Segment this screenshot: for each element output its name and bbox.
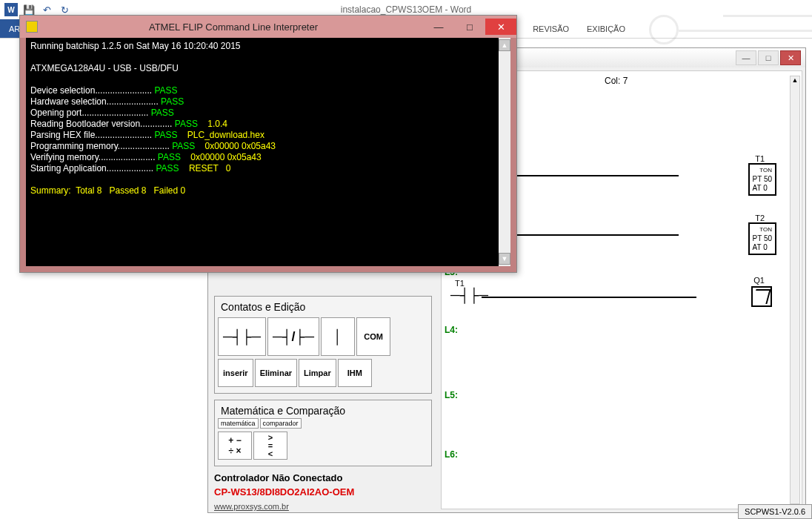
console-line: Running batchisp 1.2.5 on Sat May 16 10:… xyxy=(30,41,506,52)
eliminate-button[interactable]: Eliminar xyxy=(255,359,297,387)
math-panel-title: Matemática e Comparação xyxy=(218,403,428,418)
coil-q1[interactable] xyxy=(751,286,772,307)
ihm-button[interactable]: IHM xyxy=(338,359,372,387)
flip-console[interactable]: Running batchisp 1.2.5 on Sat May 16 10:… xyxy=(26,38,510,266)
console-value: 0x00000 0x05a43 xyxy=(195,141,276,151)
timer-at: AT 0 xyxy=(753,184,773,193)
contacts-panel: Contatos e Edição ─┤├─ ─┤/├─ │ COM inser… xyxy=(214,296,432,394)
timer-pt: PT 50 xyxy=(753,175,773,184)
console-summary: Summary: Total 8 Passed 8 Failed 0 xyxy=(30,185,506,196)
console-pass: PASS xyxy=(154,130,177,140)
com-button[interactable]: COM xyxy=(356,317,390,356)
minimize-button[interactable]: — xyxy=(736,50,756,65)
ribbon-tab-view[interactable]: EXIBIÇÃO xyxy=(578,19,634,38)
console-text: Reading Bootloader version............. xyxy=(30,119,175,129)
console-text: Starting Application................... xyxy=(30,163,156,173)
timer-t2-box[interactable]: TON PT 50 AT 0 xyxy=(748,222,777,255)
timer-type: TON xyxy=(753,166,773,175)
console-text: Opening port........................... xyxy=(30,108,151,118)
console-value: 0x00000 0x05a43 xyxy=(181,152,262,162)
flip-window: ATMEL FLIP Command Line Interpreter — □ … xyxy=(19,15,517,273)
version-label: SCPWS1-V2.0.6 xyxy=(745,507,805,516)
coil-q1-label: Q1 xyxy=(753,276,765,285)
math-ops-button[interactable]: + − ÷ × xyxy=(218,432,252,460)
contacts-panel-title: Contatos e Edição xyxy=(218,300,428,314)
rung-l6-label: L6: xyxy=(445,449,458,460)
scroll-up-icon[interactable]: ▲ xyxy=(791,76,799,84)
console-text: Verifying memory....................... xyxy=(30,152,158,162)
flip-title: ATMEL FLIP Command Line Interpreter xyxy=(44,22,423,33)
console-text: Hardware selection..................... xyxy=(30,96,161,107)
scroll-down-icon[interactable]: ▼ xyxy=(499,253,510,265)
rung-l5-label: L5: xyxy=(445,390,458,400)
contact-normally-open-button[interactable]: ─┤├─ xyxy=(218,317,266,356)
comparator-sublabel: comparador xyxy=(260,418,302,429)
math-sublabel: matemática xyxy=(218,418,259,429)
rung-l4-label: L4: xyxy=(445,325,458,335)
console-scrollbar[interactable]: ▲ ▼ xyxy=(499,38,510,266)
flip-maximize-button[interactable]: □ xyxy=(454,19,485,35)
timer-t1-label: T1 xyxy=(755,154,765,163)
clear-button[interactable]: Limpar xyxy=(299,359,336,387)
vertical-link-button[interactable]: │ xyxy=(321,317,355,356)
controller-status: Controlador Não Conectado xyxy=(214,472,432,483)
console-pass: PASS xyxy=(161,96,184,107)
maximize-button[interactable]: □ xyxy=(758,50,779,65)
console-line: ATXMEGA128A4U - USB - USB/DFU xyxy=(30,63,506,74)
contact-t1-label: T1 xyxy=(455,279,465,288)
flip-close-button[interactable]: ✕ xyxy=(485,19,516,35)
word-document-title: instalacao_CPWS13OEM - Word xyxy=(341,4,472,15)
comparator-ops-button[interactable]: > = < xyxy=(253,432,287,460)
ribbon-tab-review[interactable]: REVISÃO xyxy=(524,19,578,38)
console-pass: PASS xyxy=(175,119,198,129)
console-text: Programming memory..................... xyxy=(30,141,172,151)
contact-normally-closed-button[interactable]: ─┤/├─ xyxy=(267,317,319,356)
console-text: Device selection....................... xyxy=(30,85,154,96)
console-pass: PASS xyxy=(156,163,179,173)
insert-button[interactable]: inserir xyxy=(218,359,253,387)
console-pass: PASS xyxy=(151,108,174,118)
contact-t1[interactable]: ─┤├─ xyxy=(450,288,488,303)
console-value: PLC_download.hex xyxy=(178,130,264,140)
scpws-statusbar: SCPWS1-V2.0.6 xyxy=(738,504,812,519)
timer-pt: PT 50 xyxy=(753,234,773,243)
word-app-icon[interactable]: W xyxy=(4,3,18,16)
console-pass: PASS xyxy=(172,141,195,151)
scroll-up-icon[interactable]: ▲ xyxy=(499,39,510,51)
close-button[interactable]: ✕ xyxy=(780,50,801,65)
flip-titlebar[interactable]: ATMEL FLIP Command Line Interpreter — □ … xyxy=(20,16,516,38)
console-value: RESET 0 xyxy=(179,163,231,173)
timer-t2-label: T2 xyxy=(755,214,765,222)
flip-minimize-button[interactable]: — xyxy=(423,19,454,35)
vendor-url[interactable]: www.proxsys.com.br xyxy=(214,502,432,511)
console-value: 1.0.4 xyxy=(198,119,227,129)
flip-app-icon xyxy=(26,21,38,33)
math-panel: Matemática e Comparação matemática compa… xyxy=(214,400,432,466)
console-pass: PASS xyxy=(154,85,177,96)
timer-type: TON xyxy=(753,225,773,234)
controller-model: CP-WS13/8DI8DO2AI2AO-OEM xyxy=(214,486,432,497)
console-pass: PASS xyxy=(158,152,181,162)
console-text: Parsing HEX file....................... xyxy=(30,130,154,140)
timer-at: AT 0 xyxy=(753,243,773,252)
timer-t1-box[interactable]: TON PT 50 AT 0 xyxy=(748,163,777,196)
